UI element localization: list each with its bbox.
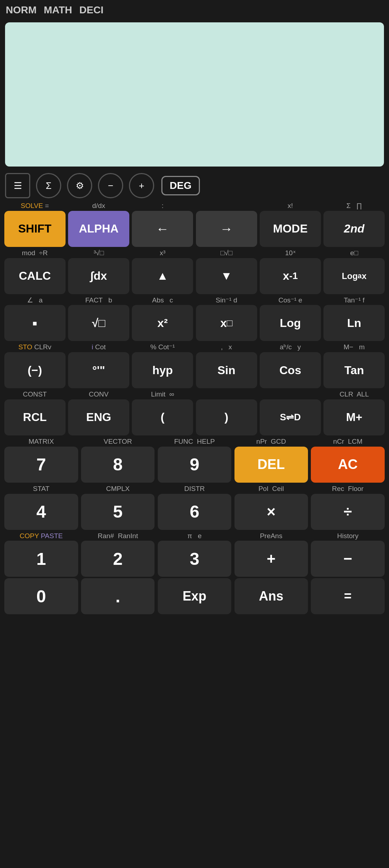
right-arrow-button[interactable]: → <box>196 211 257 247</box>
sec-cos: aᵇ/c y <box>258 342 322 352</box>
1-button[interactable]: 1 <box>4 541 78 577</box>
divide-button[interactable]: ÷ <box>311 494 384 530</box>
x-inverse-button[interactable]: x-1 <box>260 258 321 294</box>
sec-ac: nCr LCM <box>309 437 386 447</box>
exp-button[interactable]: Exp <box>158 578 231 614</box>
9-button[interactable]: 9 <box>158 447 231 483</box>
cell-alpha: ALPHA <box>67 211 130 248</box>
cell-mode: MODE <box>258 211 322 248</box>
btn-row-6: 4 5 6 × ÷ <box>3 494 386 531</box>
x-squared-button[interactable]: x² <box>132 305 193 341</box>
del-button[interactable]: DEL <box>234 447 308 483</box>
cell-8: 8 <box>80 447 156 484</box>
cell-mplus: M+ <box>322 399 386 437</box>
tan-button[interactable]: Tan <box>323 352 385 388</box>
up-button[interactable]: ▲ <box>132 258 193 294</box>
sec-rcl: CONST <box>3 390 67 399</box>
cell-down: ▼ <box>194 258 258 296</box>
sec-mplus: CLR ALL <box>322 390 386 399</box>
cos-button[interactable]: Cos <box>260 352 321 388</box>
fraction-button[interactable]: ▪ <box>4 305 66 341</box>
shift-button[interactable]: SHIFT <box>4 211 66 247</box>
sigma-icon-button[interactable]: Σ <box>36 173 61 198</box>
dms-button[interactable]: °'" <box>68 352 129 388</box>
sec-row-1: mod ÷R ³√□ x³ □√□ 10ˣ e□ <box>3 248 386 258</box>
3-button[interactable]: 3 <box>158 541 231 577</box>
0-button[interactable]: 0 <box>4 578 78 614</box>
zoom-out-button[interactable]: − <box>98 173 123 198</box>
x-power-button[interactable]: x□ <box>196 305 257 341</box>
ac-button[interactable]: AC <box>311 447 384 483</box>
sec-9: FUNC HELP <box>156 437 233 447</box>
integral-button[interactable]: ∫dx <box>68 258 129 294</box>
multiply-button[interactable]: × <box>234 494 308 530</box>
deg-button[interactable]: DEG <box>161 176 200 195</box>
sec-row-5: MATRIX VECTOR FUNC HELP nPr GCD nCr LCM <box>3 437 386 447</box>
settings-icon-button[interactable]: ⚙ <box>67 173 92 198</box>
negative-button[interactable]: (−) <box>4 352 66 388</box>
right-paren-button[interactable]: ) <box>196 399 257 435</box>
left-arrow-button[interactable]: ← <box>132 211 193 247</box>
8-button[interactable]: 8 <box>81 447 155 483</box>
equals-button[interactable]: = <box>311 578 384 614</box>
hyp-button[interactable]: hyp <box>132 352 193 388</box>
add-button[interactable]: + <box>234 541 308 577</box>
sec-2nd: Σ ∏ <box>322 201 386 211</box>
subtract-button[interactable]: − <box>311 541 384 577</box>
6-button[interactable]: 6 <box>158 494 231 530</box>
sec-3: π e <box>156 531 233 541</box>
sec-deg: i Cot <box>67 342 130 352</box>
cell-sub: − <box>309 541 386 578</box>
s-to-d-button[interactable]: S⇌D <box>260 399 321 435</box>
eng-button[interactable]: ENG <box>68 399 129 435</box>
menu-norm[interactable]: NORM <box>6 4 37 16</box>
left-paren-button[interactable]: ( <box>132 399 193 435</box>
decimal-button[interactable]: . <box>81 578 155 614</box>
sec-up: x³ <box>131 248 194 258</box>
sec-log: Cos⁻¹ e <box>258 296 322 305</box>
2-button[interactable]: 2 <box>81 541 155 577</box>
cell-shift: SHIFT <box>3 211 67 248</box>
calc-button[interactable]: CALC <box>4 258 66 294</box>
5-button[interactable]: 5 <box>81 494 155 530</box>
sin-button[interactable]: Sin <box>196 352 257 388</box>
cell-cos: Cos <box>258 352 322 390</box>
sec-add: PreAns <box>233 531 309 541</box>
ln-button[interactable]: Ln <box>323 305 385 341</box>
sec-left: : <box>131 201 194 211</box>
7-button[interactable]: 7 <box>4 447 78 483</box>
rcl-button[interactable]: RCL <box>4 399 66 435</box>
deg-label: DEG <box>170 180 192 191</box>
cell-equals: = <box>309 578 386 616</box>
cell-std: S⇌D <box>258 399 322 437</box>
menu-icon-button[interactable]: ☰ <box>5 173 30 198</box>
hamburger-icon: ☰ <box>14 180 22 191</box>
2nd-button[interactable]: 2nd <box>323 211 385 247</box>
cell-x2: x² <box>131 305 194 342</box>
sec-tan: M− m <box>322 342 386 352</box>
sqrt-button[interactable]: √□ <box>68 305 129 341</box>
alpha-button[interactable]: ALPHA <box>68 211 129 247</box>
log-button[interactable]: Log <box>260 305 321 341</box>
sigma-icon: Σ <box>46 180 52 191</box>
zoom-in-button[interactable]: + <box>129 173 154 198</box>
mode-button[interactable]: MODE <box>260 211 321 247</box>
cell-fraction: ▪ <box>3 305 67 342</box>
ans-button[interactable]: Ans <box>234 578 308 614</box>
down-button[interactable]: ▼ <box>196 258 257 294</box>
sec-intdx: ³√□ <box>67 248 130 258</box>
log-base-a-button[interactable]: Logax <box>323 258 385 294</box>
menu-deci[interactable]: DECI <box>79 4 103 16</box>
cell-1: 1 <box>3 541 80 578</box>
btn-row-1: CALC ∫dx ▲ ▼ x-1 Logax <box>3 258 386 296</box>
top-menu: NORM MATH DECI <box>0 0 389 19</box>
sec-rparen <box>194 390 258 399</box>
sec-row-0: SOLVE = d/dx : x! Σ ∏ <box>3 201 386 211</box>
sec-4: STAT <box>3 484 80 494</box>
cell-6: 6 <box>156 494 233 531</box>
4-button[interactable]: 4 <box>4 494 78 530</box>
menu-math[interactable]: MATH <box>44 4 72 16</box>
cell-hyp: hyp <box>131 352 194 390</box>
calculator-grid: SOLVE = d/dx : x! Σ ∏ SHIFT ALPHA ← → MO… <box>0 201 389 616</box>
m-plus-button[interactable]: M+ <box>323 399 385 435</box>
